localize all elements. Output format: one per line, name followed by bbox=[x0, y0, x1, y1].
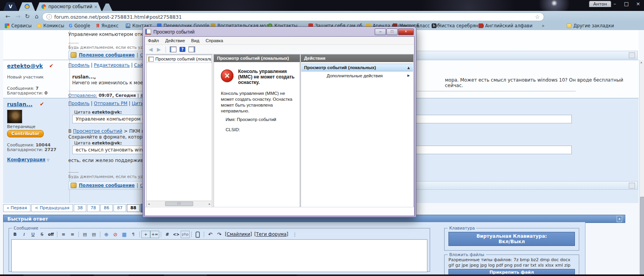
close-button[interactable]: × bbox=[632, 1, 644, 7]
author-link[interactable]: eztekto@vk bbox=[7, 63, 43, 69]
nav-forward-icon[interactable]: ▶ bbox=[155, 46, 163, 52]
italic-button[interactable]: I bbox=[20, 231, 28, 238]
strike-button[interactable]: S bbox=[37, 231, 46, 238]
mmc-maximize-button[interactable]: □ bbox=[386, 28, 398, 35]
address-bar[interactable]: i forum.oszone.net/post-2758831.html#pos… bbox=[42, 12, 544, 21]
profile-link[interactable]: Профиль bbox=[68, 101, 89, 106]
ordered-list-icon[interactable]: ▤ bbox=[80, 231, 89, 238]
align-right-icon[interactable]: ≡ bbox=[68, 231, 77, 238]
redo-icon[interactable]: ↷ bbox=[215, 231, 224, 238]
bookmarks-overflow-chevron[interactable]: » bbox=[542, 23, 544, 29]
mmc-title-bar[interactable]: Просмотр событий – □ × bbox=[145, 28, 414, 36]
pinned-tab-icon[interactable] bbox=[19, 2, 35, 11]
back-icon[interactable]: ← bbox=[3, 13, 12, 20]
console-tree-icon[interactable] bbox=[170, 46, 176, 52]
code-button[interactable]: <> bbox=[172, 231, 181, 238]
bookmark-services[interactable]: Сервисы bbox=[5, 23, 32, 29]
pinned-tab-v[interactable]: V bbox=[3, 2, 18, 11]
bold-button[interactable]: B bbox=[11, 231, 20, 238]
unordered-list-icon[interactable]: ▤ bbox=[89, 231, 98, 238]
expand-arrow-icon[interactable]: ▶ bbox=[407, 74, 410, 77]
toolbar-drag-handle[interactable]: ⋮ bbox=[293, 232, 297, 237]
insert-quote-icon[interactable]: ¶ bbox=[129, 231, 138, 238]
avatar[interactable] bbox=[7, 110, 22, 123]
config-link[interactable]: Конфигурация bbox=[7, 157, 45, 162]
scroll-right-icon[interactable]: ▸ bbox=[208, 202, 212, 206]
off-button[interactable]: off bbox=[46, 231, 55, 238]
message-textarea[interactable] bbox=[11, 239, 427, 272]
page-current[interactable]: 88 bbox=[127, 204, 140, 212]
tab-close-icon[interactable]: × bbox=[94, 4, 98, 9]
bookmark-comics[interactable]: Комиксы bbox=[37, 23, 64, 29]
scrollbar-thumb[interactable] bbox=[640, 197, 644, 276]
quote-button-icon[interactable] bbox=[629, 183, 635, 189]
edit-link[interactable]: Редактировать bbox=[94, 62, 130, 68]
author-link[interactable]: ruslan... bbox=[7, 101, 32, 107]
bookmark-english[interactable]: Английский алфави bbox=[479, 23, 532, 29]
h-scroll-thumb[interactable]: ||| bbox=[165, 201, 193, 206]
page-86[interactable]: 86 bbox=[100, 204, 113, 212]
help-icon[interactable]: ? bbox=[180, 47, 185, 52]
profile-link[interactable]: Профиль bbox=[68, 62, 89, 68]
nav-back-icon[interactable]: ◀ bbox=[145, 46, 155, 52]
php-button[interactable]: php bbox=[181, 231, 190, 238]
site-info-icon[interactable]: i bbox=[46, 14, 52, 20]
collapse-arrow-icon[interactable]: ▲ bbox=[407, 66, 410, 69]
other-bookmarks-button[interactable]: Другие закладки bbox=[567, 23, 614, 29]
sent-link[interactable]: Отправлено: bbox=[68, 93, 97, 98]
useful-link[interactable]: Полезное сообщение bbox=[79, 183, 135, 188]
collapse-icon[interactable]: « bbox=[617, 216, 622, 222]
page-78[interactable]: 78 bbox=[87, 204, 100, 212]
tree-h-scrollbar[interactable]: ◂ ||| ▸ bbox=[147, 201, 212, 207]
remove-link-icon[interactable]: ⊘ bbox=[111, 231, 120, 238]
config-arrow-icon[interactable]: ▽ bbox=[47, 158, 50, 162]
restore-button[interactable]: □ bbox=[621, 1, 632, 7]
pm-link[interactable]: Отправить PM bbox=[94, 101, 128, 106]
page-scrollbar[interactable]: ▴ ▾ bbox=[639, 60, 644, 276]
forward-icon[interactable]: → bbox=[13, 13, 23, 20]
action-selected-row[interactable]: Просмотр событий (локальных) ▲ bbox=[301, 64, 413, 71]
bookmark-silver[interactable]: h Чистка серебряной bbox=[432, 23, 484, 29]
quote-button-icon[interactable] bbox=[629, 52, 635, 58]
menu-file[interactable]: Файл bbox=[145, 38, 162, 43]
home-icon[interactable]: ⌂ bbox=[32, 13, 41, 20]
page-first[interactable]: « Первая bbox=[3, 204, 30, 212]
mmc-minimize-button[interactable]: – bbox=[375, 28, 386, 35]
menu-action[interactable]: Действие bbox=[162, 38, 188, 43]
forum-tags-link[interactable]: [Теги форума] bbox=[253, 231, 290, 238]
page-87[interactable]: 87 bbox=[114, 204, 126, 212]
insert-image-icon[interactable]: ▦ bbox=[120, 231, 129, 238]
menu-help[interactable]: Справка bbox=[203, 38, 226, 43]
action-pane-icon[interactable] bbox=[189, 46, 195, 52]
scroll-up-icon[interactable]: ▴ bbox=[640, 61, 642, 64]
underline-button[interactable]: U bbox=[28, 231, 37, 238]
expand-eq-button[interactable]: += bbox=[150, 231, 159, 238]
undo-icon[interactable]: ↶ bbox=[206, 231, 215, 238]
page-prev[interactable]: < Предыдущая bbox=[31, 204, 73, 212]
useful-link[interactable]: Полезное сообщение bbox=[79, 52, 135, 58]
insert-link-icon[interactable]: ⊕ bbox=[102, 231, 111, 238]
virtual-keyboard-button[interactable]: Виртуальная Клавиатура: Вкл/Выкл bbox=[448, 232, 575, 246]
taskbar-edge[interactable] bbox=[0, 274, 644, 276]
hash-button[interactable]: # bbox=[163, 231, 172, 238]
event-viewer-link[interactable]: Просмотре событий bbox=[73, 128, 122, 134]
active-tab[interactable]: просмотр событий сто × bbox=[36, 2, 101, 11]
bookmark-yandex[interactable]: Я Яндекс bbox=[96, 23, 119, 29]
contributor-badge[interactable]: Contributor bbox=[7, 130, 44, 137]
profile-button[interactable]: Антон bbox=[589, 1, 611, 7]
align-center-icon[interactable]: ≡ bbox=[59, 231, 68, 238]
tree-root-item[interactable]: Просмотр событий (локальны bbox=[147, 55, 212, 63]
minimize-button[interactable]: – bbox=[609, 1, 621, 7]
attach-icon[interactable] bbox=[193, 231, 202, 238]
bookmark-google[interactable]: G Google bbox=[69, 23, 90, 29]
bookmark-star-icon[interactable]: ☆ bbox=[535, 14, 540, 20]
expand-button[interactable]: + bbox=[141, 231, 150, 238]
mmc-close-button[interactable]: × bbox=[398, 28, 414, 35]
reload-icon[interactable]: ↻ bbox=[23, 13, 32, 20]
scroll-left-icon[interactable]: ◂ bbox=[147, 202, 151, 206]
action-more-row[interactable]: Дополнительные действия ▶ bbox=[301, 72, 413, 79]
menu-view[interactable]: Вид bbox=[188, 38, 203, 43]
new-tab-button[interactable] bbox=[102, 4, 112, 11]
page-38[interactable]: 38 bbox=[74, 204, 86, 212]
smilies-link[interactable]: [Смайлики] bbox=[224, 231, 253, 238]
